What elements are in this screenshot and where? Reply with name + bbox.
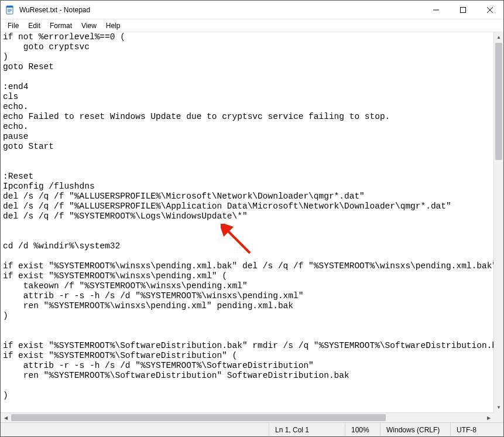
status-line-endings: Windows (CRLF)	[380, 423, 451, 436]
svg-rect-1	[6, 6, 13, 8]
status-encoding: UTF-8	[451, 423, 503, 436]
editor-area: if not %errorlevel%==0 ( goto cryptsvc )…	[1, 32, 503, 422]
scroll-right-arrow-icon[interactable]: ▶	[484, 413, 493, 422]
scroll-corner	[493, 412, 503, 422]
window-controls	[423, 1, 503, 19]
vertical-scrollbar[interactable]: ▲ ▼	[493, 32, 503, 412]
menu-format[interactable]: Format	[45, 21, 77, 31]
text-editor[interactable]: if not %errorlevel%==0 ( goto cryptsvc )…	[1, 32, 493, 412]
menu-edit[interactable]: Edit	[23, 21, 45, 31]
menubar: File Edit Format View Help	[1, 19, 503, 32]
notepad-window: WuReset.txt - Notepad File Edit Format V…	[0, 0, 504, 437]
menu-file[interactable]: File	[3, 21, 23, 31]
window-title: WuReset.txt - Notepad	[19, 6, 423, 14]
status-zoom: 100%	[345, 423, 380, 436]
maximize-button[interactable]	[450, 1, 476, 19]
svg-rect-6	[461, 7, 466, 12]
minimize-button[interactable]	[423, 1, 450, 19]
horizontal-scroll-thumb[interactable]	[11, 414, 386, 421]
horizontal-scrollbar[interactable]: ◀ ▶	[1, 412, 493, 422]
vertical-scroll-thumb[interactable]	[495, 43, 502, 160]
scroll-down-arrow-icon[interactable]: ▼	[494, 402, 503, 412]
notepad-icon	[5, 5, 15, 15]
menu-help[interactable]: Help	[101, 21, 125, 31]
status-position: Ln 1, Col 1	[269, 423, 345, 436]
menu-view[interactable]: View	[77, 21, 101, 31]
scroll-up-arrow-icon[interactable]: ▲	[494, 32, 503, 42]
close-button[interactable]	[476, 1, 503, 19]
statusbar: Ln 1, Col 1 100% Windows (CRLF) UTF-8	[1, 422, 503, 436]
statusbar-spacer	[1, 423, 269, 436]
titlebar[interactable]: WuReset.txt - Notepad	[1, 1, 503, 19]
scroll-left-arrow-icon[interactable]: ◀	[1, 413, 11, 422]
